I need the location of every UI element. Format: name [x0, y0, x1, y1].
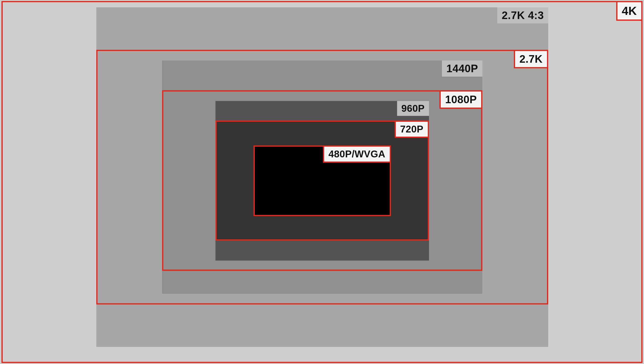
- resolution-diagram: 4K 2.7K 4:3 2.7K 1440P 1080P 960P 720P 4…: [0, 0, 644, 364]
- r-2p7k-label: 2.7K: [514, 51, 547, 68]
- r-2p7k-4x3-label: 2.7K 4:3: [497, 7, 548, 24]
- r-1080p-label: 1080P: [440, 92, 481, 109]
- r-480p: 480P/WVGA: [254, 145, 391, 216]
- r-720p-label: 720P: [395, 122, 428, 138]
- r-1440p-label: 1440P: [442, 61, 482, 77]
- r-960p-label: 960P: [397, 101, 429, 116]
- res-4k-label: 4K: [616, 2, 641, 21]
- r-480p-label: 480P/WVGA: [323, 147, 390, 163]
